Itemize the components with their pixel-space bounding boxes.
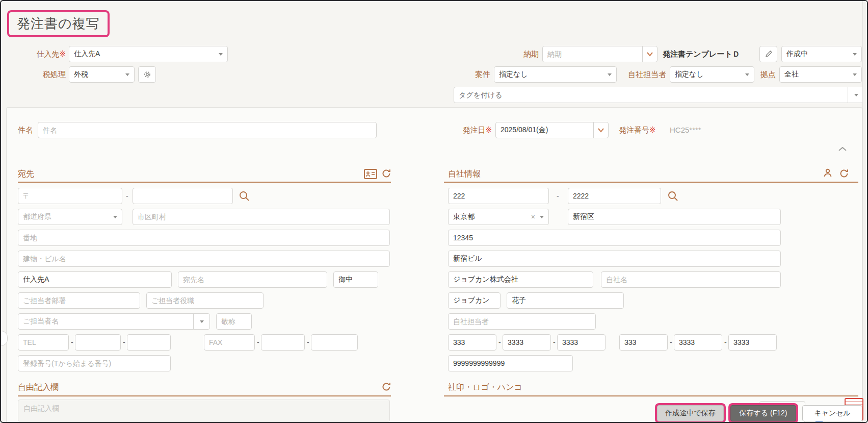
supplier-select[interactable]: 仕入先A (69, 46, 228, 62)
recipient-company-input[interactable] (18, 271, 172, 288)
free-entry-textarea[interactable] (18, 400, 390, 422)
separator: - (126, 188, 128, 204)
save-button[interactable]: 保存する (F12) (730, 405, 796, 421)
branch-label-text: 拠点 (760, 70, 776, 79)
recipient-tel1-input[interactable] (18, 334, 69, 351)
company-reset-button[interactable] (839, 168, 849, 179)
app-window: 発注書の複写 仕入先※ 仕入先A 税処理 外税 納期 発注書テンプレートＤ (0, 0, 868, 423)
company-postal2-input[interactable] (568, 188, 661, 204)
order-date-label: 発注日※ (445, 122, 492, 138)
chevron-down-icon (608, 73, 612, 76)
recipient-city-input[interactable] (133, 209, 390, 225)
stamp-section-divider (444, 395, 858, 396)
free-entry-reset-button[interactable] (381, 382, 391, 392)
company-city-input[interactable] (568, 209, 781, 225)
company-prefecture-value: 東京都 (453, 212, 475, 221)
save-draft-button[interactable]: 作成途中で保存 (657, 405, 724, 421)
company-rep-label-text: 自社担当者 (628, 70, 666, 79)
status-select-value: 作成中 (786, 49, 808, 59)
tag-field[interactable] (454, 87, 864, 103)
tag-dropdown-button[interactable] (848, 87, 864, 103)
address-book-button[interactable] (364, 169, 377, 179)
recipient-postal-search-button[interactable] (239, 190, 250, 202)
project-select[interactable]: 指定なし (494, 66, 617, 83)
order-number-label-text: 発注番号 (619, 126, 649, 134)
recipient-fax3-input[interactable] (311, 334, 358, 351)
collapse-section-button[interactable] (838, 146, 847, 152)
recipient-fax2-input[interactable] (261, 334, 305, 351)
order-date-input[interactable] (495, 122, 594, 138)
template-edit-button[interactable] (759, 46, 777, 62)
clear-icon[interactable]: × (531, 209, 535, 225)
refresh-icon (381, 168, 391, 179)
tag-input[interactable] (454, 87, 848, 103)
gear-icon (143, 70, 151, 79)
separator: - (307, 334, 309, 351)
recipient-postal2-input[interactable] (133, 188, 233, 204)
status-select[interactable]: 作成中 (781, 46, 862, 62)
order-date-label-text: 発注日 (462, 126, 485, 134)
recipient-honorific2-input[interactable] (216, 313, 252, 330)
company-name2-input[interactable] (601, 271, 781, 288)
search-icon (239, 190, 250, 202)
separator: - (557, 188, 559, 204)
page-title: 発注書の複写 (7, 10, 110, 37)
chevron-up-icon (838, 146, 847, 152)
recipient-reset-button[interactable] (381, 168, 391, 179)
chevron-down-icon (745, 73, 749, 76)
company-rep-select-value: 指定なし (675, 70, 704, 79)
company-name1-input[interactable] (448, 271, 593, 288)
recipient-role-input[interactable] (146, 292, 264, 309)
cancel-button[interactable]: キャンセル (802, 405, 862, 421)
company-postal1-input[interactable] (448, 188, 549, 204)
order-date-picker-button[interactable] (593, 122, 609, 138)
recipient-honorific-input[interactable] (333, 271, 378, 288)
company-street-input[interactable] (448, 230, 781, 246)
company-section-divider (444, 182, 858, 183)
branch-select[interactable]: 全社 (779, 66, 862, 83)
recipient-department-input[interactable] (18, 292, 140, 309)
tax-select[interactable]: 外税 (69, 66, 135, 83)
company-rep-input[interactable] (448, 313, 596, 330)
company-fax3-input[interactable] (728, 334, 777, 351)
page-title-text: 発注書の複写 (17, 16, 100, 31)
company-prefecture-select[interactable]: 東京都 × (448, 209, 549, 225)
company-rep-select[interactable]: 指定なし (670, 66, 754, 83)
company-user-button[interactable] (823, 168, 833, 178)
recipient-tel2-input[interactable] (75, 334, 121, 351)
company-fax2-input[interactable] (674, 334, 722, 351)
company-tel3-input[interactable] (557, 334, 606, 351)
company-postal-search-button[interactable] (667, 190, 678, 202)
company-tel1-input[interactable] (448, 334, 496, 351)
separator: - (498, 334, 501, 351)
recipient-postal1-input[interactable] (18, 188, 122, 204)
subject-input[interactable] (38, 122, 377, 138)
chevron-down-icon (853, 73, 857, 76)
chevron-down-icon (200, 320, 204, 323)
recipient-prefecture-select[interactable]: 都道府県 (18, 209, 122, 225)
recipient-tel3-input[interactable] (127, 334, 171, 351)
recipient-street-input[interactable] (18, 230, 390, 246)
delivery-date-picker-button[interactable] (642, 46, 657, 62)
recipient-fax1-input[interactable] (204, 334, 255, 351)
recipient-name-input[interactable] (178, 271, 327, 288)
company-registration-number-input[interactable] (448, 355, 573, 371)
supplier-label: 仕入先※ (16, 46, 66, 62)
company-fax1-input[interactable] (619, 334, 668, 351)
company-tel2-input[interactable] (503, 334, 551, 351)
tax-settings-button[interactable] (138, 66, 156, 83)
search-icon (667, 190, 678, 202)
chevron-down-icon (125, 73, 129, 76)
recipient-person-combo[interactable]: ご担当者名 (18, 313, 210, 330)
delivery-date-input[interactable] (542, 46, 643, 62)
recipient-building-input[interactable] (18, 251, 390, 267)
scrollbar-track[interactable] (862, 1, 867, 422)
recipient-person-dropdown-button[interactable] (193, 314, 209, 329)
recipient-registration-number-input[interactable] (18, 355, 171, 371)
chevron-down-icon (646, 52, 653, 57)
company-building-input[interactable] (448, 251, 781, 267)
company-person-first-input[interactable] (507, 292, 624, 309)
chevron-down-icon (540, 216, 544, 218)
separator: - (670, 334, 672, 351)
company-person-last-input[interactable] (448, 292, 501, 309)
